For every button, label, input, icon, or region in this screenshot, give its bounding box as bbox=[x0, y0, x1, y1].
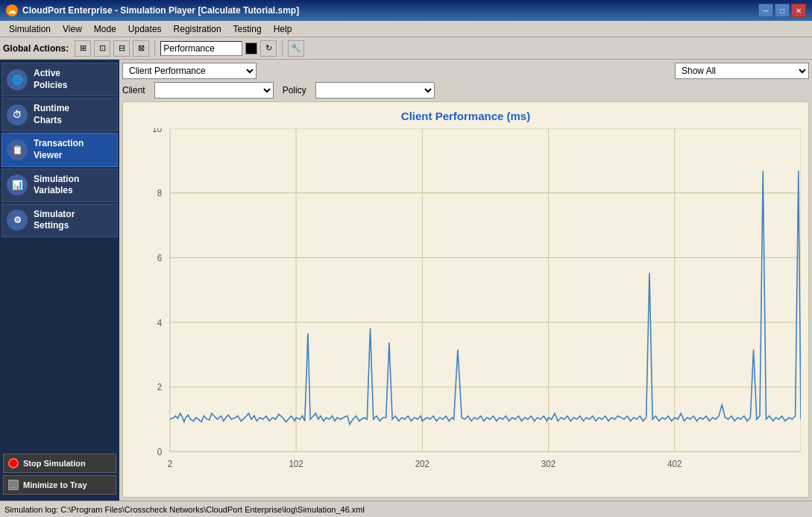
policy-select[interactable] bbox=[315, 82, 435, 98]
chart-container: Client Performance (ms) bbox=[122, 101, 809, 498]
active-policies-icon: 🌐 bbox=[7, 69, 28, 90]
toolbar-btn-2[interactable]: ⊡ bbox=[94, 40, 110, 57]
chart-type-select[interactable]: Client Performance Server Performance Ne… bbox=[122, 63, 256, 79]
window-title: CloudPort Enterprise - Simulation Player… bbox=[22, 5, 299, 16]
menu-item-mode[interactable]: Mode bbox=[88, 22, 122, 36]
client-select[interactable] bbox=[154, 82, 274, 98]
toolbar-btn-1[interactable]: ⊞ bbox=[75, 40, 91, 57]
simulation-variables-icon: 📊 bbox=[7, 175, 28, 195]
sidebar-bottom: Stop Simulation _ Minimize to Tray bbox=[1, 451, 118, 498]
status-log-text: Simulation log: C:\Program Files\Crossch… bbox=[4, 505, 365, 514]
show-all-select[interactable]: Show All Show Selected Hide All bbox=[675, 63, 809, 79]
chart-title: Client Performance (ms) bbox=[130, 110, 801, 122]
svg-text:2: 2 bbox=[157, 382, 163, 393]
menu-bar: SimulationViewModeUpdatesRegistrationTes… bbox=[0, 21, 812, 37]
sidebar-item-transaction-viewer[interactable]: 📋 TransactionViewer bbox=[1, 133, 118, 166]
simulator-settings-label: SimulatorSettings bbox=[34, 209, 75, 232]
toolbar-separator-1 bbox=[154, 40, 155, 57]
minimize-tray-label: Minimize to Tray bbox=[23, 480, 87, 489]
refresh-button[interactable]: ↻ bbox=[260, 40, 277, 57]
policy-label: Policy bbox=[283, 85, 306, 95]
top-controls: Client Performance Server Performance Ne… bbox=[122, 63, 809, 79]
svg-text:0: 0 bbox=[157, 447, 163, 458]
stop-simulation-label: Stop Simulation bbox=[23, 459, 86, 468]
svg-text:8: 8 bbox=[157, 188, 163, 199]
menu-item-registration[interactable]: Registration bbox=[168, 22, 227, 36]
stop-dot-icon bbox=[8, 458, 19, 469]
content-panel: Client Performance Server Performance Ne… bbox=[119, 60, 812, 501]
settings-button[interactable]: 🔧 bbox=[288, 40, 304, 57]
menu-item-view[interactable]: View bbox=[57, 22, 88, 36]
svg-text:102: 102 bbox=[289, 459, 303, 470]
transaction-viewer-icon: 📋 bbox=[7, 140, 28, 160]
minimize-tray-icon: _ bbox=[8, 480, 19, 490]
performance-color-box[interactable] bbox=[245, 43, 257, 54]
active-policies-label: ActivePolicies bbox=[34, 68, 67, 91]
chart-type-wrapper: Client Performance Server Performance Ne… bbox=[122, 63, 256, 79]
minimize-to-tray-button[interactable]: _ Minimize to Tray bbox=[3, 475, 116, 495]
svg-text:4: 4 bbox=[157, 317, 163, 328]
show-all-wrapper: Show All Show Selected Hide All bbox=[675, 63, 809, 79]
sidebar-item-active-policies[interactable]: 🌐 ActivePolicies bbox=[1, 63, 118, 96]
main-area: 🌐 ActivePolicies ⏱ RuntimeCharts 📋 Trans… bbox=[0, 60, 812, 501]
sidebar-item-simulator-settings[interactable]: ⚙ SimulatorSettings bbox=[1, 204, 118, 237]
svg-text:10: 10 bbox=[152, 128, 162, 134]
menu-item-simulation[interactable]: Simulation bbox=[3, 22, 57, 36]
filter-row: Client Policy bbox=[122, 82, 809, 98]
performance-input-container bbox=[160, 41, 257, 56]
runtime-charts-label: RuntimeCharts bbox=[34, 103, 69, 126]
chart-svg: 0 2 4 6 8 10 2 102 202 302 402 bbox=[130, 128, 801, 486]
simulation-variables-label: SimulationVariables bbox=[34, 174, 79, 197]
svg-text:402: 402 bbox=[667, 459, 682, 470]
client-label: Client bbox=[122, 85, 145, 95]
menu-item-testing[interactable]: Testing bbox=[227, 22, 268, 36]
minimize-button[interactable]: ─ bbox=[758, 4, 773, 17]
menu-item-updates[interactable]: Updates bbox=[122, 22, 168, 36]
sidebar: 🌐 ActivePolicies ⏱ RuntimeCharts 📋 Trans… bbox=[0, 60, 119, 501]
toolbar-btn-3[interactable]: ⊟ bbox=[113, 40, 130, 57]
title-bar-controls: ─ □ ✕ bbox=[758, 4, 806, 17]
svg-text:302: 302 bbox=[541, 459, 556, 470]
svg-text:2: 2 bbox=[168, 459, 173, 470]
toolbar-separator-2 bbox=[282, 40, 283, 57]
status-bar: Simulation log: C:\Program Files\Crossch… bbox=[0, 501, 812, 517]
sidebar-item-runtime-charts[interactable]: ⏱ RuntimeCharts bbox=[1, 98, 118, 131]
maximize-button[interactable]: □ bbox=[775, 4, 790, 17]
toolbar-btn-4[interactable]: ⊠ bbox=[133, 40, 149, 57]
toolbar: Global Actions: ⊞ ⊡ ⊟ ⊠ ↻ 🔧 bbox=[0, 37, 812, 60]
svg-text:202: 202 bbox=[415, 459, 430, 470]
chart-area: 0 2 4 6 8 10 2 102 202 302 402 bbox=[130, 128, 801, 486]
simulator-settings-icon: ⚙ bbox=[7, 210, 28, 231]
runtime-charts-icon: ⏱ bbox=[7, 104, 28, 125]
close-button[interactable]: ✕ bbox=[791, 4, 806, 17]
svg-rect-0 bbox=[170, 128, 801, 451]
transaction-viewer-label: TransactionViewer bbox=[34, 138, 84, 161]
performance-input[interactable] bbox=[160, 41, 242, 56]
menu-item-help[interactable]: Help bbox=[268, 22, 298, 36]
title-bar: ☁ CloudPort Enterprise - Simulation Play… bbox=[0, 0, 812, 21]
title-bar-left: ☁ CloudPort Enterprise - Simulation Play… bbox=[6, 4, 299, 16]
app-icon: ☁ bbox=[6, 4, 18, 16]
svg-text:6: 6 bbox=[157, 253, 163, 264]
global-actions-label: Global Actions: bbox=[3, 43, 69, 54]
stop-simulation-button[interactable]: Stop Simulation bbox=[3, 454, 116, 473]
sidebar-item-simulation-variables[interactable]: 📊 SimulationVariables bbox=[1, 169, 118, 202]
